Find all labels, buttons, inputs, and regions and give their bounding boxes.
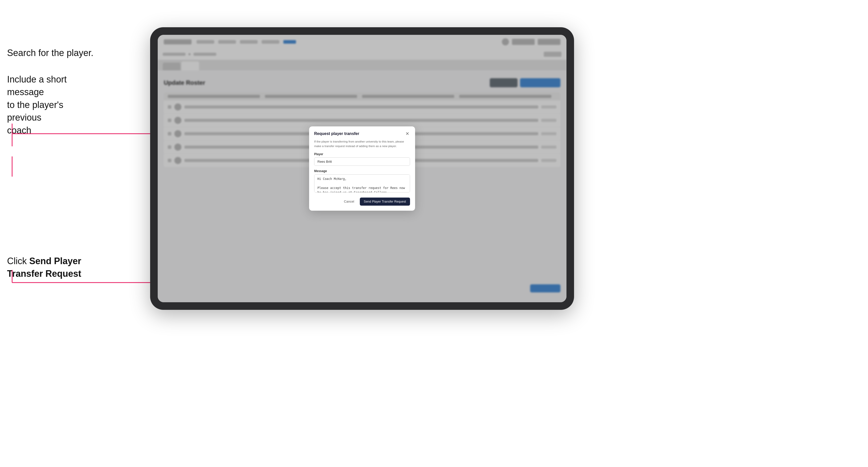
tablet-device: Update Roster: [150, 27, 574, 310]
request-player-transfer-modal: Request player transfer ✕ If the player …: [309, 126, 415, 211]
modal-header: Request player transfer ✕: [309, 126, 415, 139]
send-transfer-button[interactable]: Send Player Transfer Request: [360, 197, 410, 206]
modal-close-button[interactable]: ✕: [404, 131, 410, 136]
modal-title: Request player transfer: [314, 131, 359, 136]
cancel-button[interactable]: Cancel: [341, 197, 357, 206]
modal-description: If the player is transferring from anoth…: [314, 139, 410, 148]
tablet-screen: Update Roster: [158, 35, 566, 302]
modal-overlay: Request player transfer ✕ If the player …: [158, 35, 566, 302]
annotation-message-text: Include a short messageto the player's p…: [7, 73, 98, 137]
annotation-search-text: Search for the player.: [7, 47, 93, 59]
message-label: Message: [314, 169, 410, 173]
annotation-click-text: Click Send PlayerTransfer Request: [7, 255, 98, 280]
annotation-click-prefix: Click: [7, 256, 29, 266]
annotation-area: Search for the player. Include a short m…: [0, 0, 146, 467]
modal-body: If the player is transferring from anoth…: [309, 139, 415, 211]
modal-footer: Cancel Send Player Transfer Request: [314, 197, 410, 206]
player-label: Player: [314, 152, 410, 156]
player-input[interactable]: [314, 157, 410, 166]
message-textarea[interactable]: Hi Coach McHarg, Please accept this tran…: [314, 174, 410, 192]
